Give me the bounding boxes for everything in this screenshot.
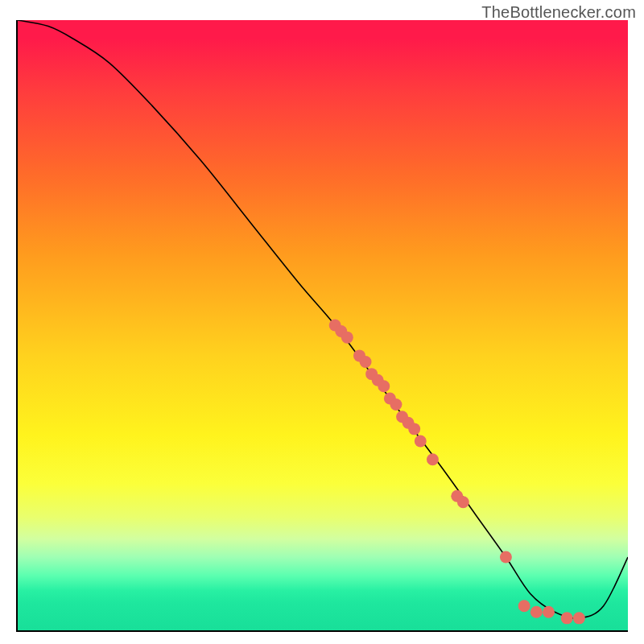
- plot-area: [16, 20, 628, 632]
- background-gradient: [18, 20, 628, 630]
- chart-container: TheBottlenecker.com: [0, 0, 644, 644]
- attribution-text: TheBottlenecker.com: [481, 3, 636, 22]
